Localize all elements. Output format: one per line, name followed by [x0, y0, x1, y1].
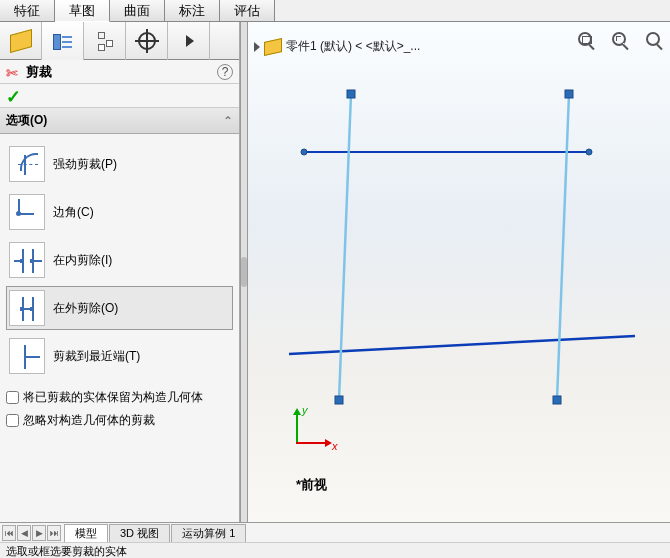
- graphics-area[interactable]: 零件1 (默认) < <默认>_... y x *: [248, 22, 670, 522]
- view-orientation-label: *前视: [296, 476, 327, 494]
- feature-manager-tab[interactable]: [0, 22, 42, 60]
- handle[interactable]: [586, 149, 592, 155]
- status-bar: 选取或框选要剪裁的实体: [0, 542, 670, 558]
- tab-nav-next[interactable]: ▶: [32, 525, 46, 541]
- keep-construction-input[interactable]: [6, 391, 19, 404]
- overflow-tab[interactable]: [168, 22, 210, 60]
- ok-button[interactable]: ✓: [6, 87, 21, 107]
- bottom-tab-motion[interactable]: 运动算例 1: [171, 524, 246, 542]
- tab-nav-prev[interactable]: ◀: [17, 525, 31, 541]
- option-corner[interactable]: 边角(C): [6, 190, 233, 234]
- property-icon: [53, 32, 73, 50]
- trim-nearest-icon: [9, 338, 45, 374]
- handle[interactable]: [553, 396, 561, 404]
- option-trim-outside[interactable]: 在外剪除(O): [6, 286, 233, 330]
- ignore-construction-input[interactable]: [6, 414, 19, 427]
- tree-icon: [96, 32, 114, 50]
- sketch-canvas: [248, 22, 670, 522]
- option-label: 剪裁到最近端(T): [53, 348, 140, 365]
- collapse-button[interactable]: ⌃: [223, 114, 233, 128]
- option-trim-inside[interactable]: 在内剪除(I): [6, 238, 233, 282]
- tab-sketch[interactable]: 草图: [55, 0, 110, 22]
- options-header: 选项(O): [6, 112, 223, 129]
- handle[interactable]: [301, 149, 307, 155]
- checkbox-label: 将已剪裁的实体保留为构造几何体: [23, 389, 203, 406]
- power-trim-icon: [9, 146, 45, 182]
- ribbon-tabs: 特征 草图 曲面 标注 评估: [0, 0, 670, 22]
- manager-tab-strip: [0, 22, 239, 60]
- property-manager-tab[interactable]: [42, 22, 84, 60]
- tab-surface[interactable]: 曲面: [110, 0, 165, 21]
- config-manager-tab[interactable]: [84, 22, 126, 60]
- y-axis-icon: [296, 414, 298, 444]
- bottom-tab-model[interactable]: 模型: [64, 524, 108, 542]
- checkbox-ignore-construction[interactable]: 忽略对构造几何体的剪裁: [0, 409, 239, 432]
- option-label: 在外剪除(O): [53, 300, 118, 317]
- option-trim-nearest[interactable]: 剪裁到最近端(T): [6, 334, 233, 378]
- option-label: 在内剪除(I): [53, 252, 112, 269]
- tab-evaluate[interactable]: 评估: [220, 0, 275, 21]
- option-power-trim[interactable]: 强劲剪裁(P): [6, 142, 233, 186]
- arrow-icon: [186, 35, 194, 47]
- checkbox-label: 忽略对构造几何体的剪裁: [23, 412, 155, 429]
- trim-options-list: 强劲剪裁(P) 边角(C) 在内剪除(I) 在外剪除(O) 剪裁到最近端(T): [0, 134, 239, 386]
- sketch-line-v1[interactable]: [339, 94, 351, 400]
- help-button[interactable]: ?: [217, 64, 233, 80]
- panel-splitter[interactable]: [240, 22, 248, 522]
- checkbox-keep-construction[interactable]: 将已剪裁的实体保留为构造几何体: [0, 386, 239, 409]
- tab-nav-last[interactable]: ⏭: [47, 525, 61, 541]
- dim-manager-tab[interactable]: [126, 22, 168, 60]
- option-label: 强劲剪裁(P): [53, 156, 117, 173]
- sketch-line-v2[interactable]: [557, 94, 569, 400]
- bottom-tab-bar: ⏮ ◀ ▶ ⏭ 模型 3D 视图 运动算例 1: [0, 522, 670, 542]
- scissors-icon: ✄: [6, 65, 22, 79]
- y-axis-label: y: [302, 404, 308, 416]
- handle[interactable]: [565, 90, 573, 98]
- handle[interactable]: [335, 396, 343, 404]
- bottom-tab-3dview[interactable]: 3D 视图: [109, 524, 170, 542]
- handle[interactable]: [347, 90, 355, 98]
- trim-outside-icon: [9, 290, 45, 326]
- x-axis-label: x: [332, 440, 338, 452]
- cube-icon: [10, 29, 32, 53]
- option-label: 边角(C): [53, 204, 94, 221]
- property-manager: ✄ 剪裁 ? ✓ 选项(O) ⌃ 强劲剪裁(P) 边角(C) 在内剪除(I): [0, 22, 240, 522]
- x-axis-icon: [296, 442, 326, 444]
- tab-annotate[interactable]: 标注: [165, 0, 220, 21]
- trim-inside-icon: [9, 242, 45, 278]
- corner-icon: [9, 194, 45, 230]
- tab-nav-first[interactable]: ⏮: [2, 525, 16, 541]
- command-title: 剪裁: [26, 63, 217, 81]
- tab-feature[interactable]: 特征: [0, 0, 55, 21]
- target-icon: [138, 32, 156, 50]
